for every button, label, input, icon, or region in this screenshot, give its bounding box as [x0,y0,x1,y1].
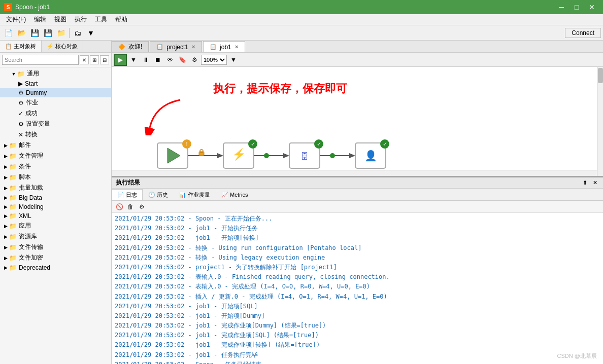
search-expand-button[interactable]: ⊞ [90,55,99,64]
folder-icon: 📁 [17,70,25,78]
svg-text:⚡: ⚡ [232,148,246,161]
tab-history[interactable]: 🕐 历史 [143,189,174,200]
tree-item-general[interactable]: ▼ 📁 通用 [0,68,111,79]
pause-button[interactable]: ⏸ [140,54,151,65]
toolbar-dropdown[interactable]: ▼ [85,27,97,39]
expand-icon[interactable]: ▶ [2,224,9,229]
tree-label-repo: 资源库 [19,232,37,241]
expand-icon[interactable]: ▶ [2,256,9,261]
close-button[interactable]: ✕ [585,0,599,14]
zoom-select[interactable]: 100% 75% 50% 150% 200% [201,55,227,65]
log-settings-btn[interactable]: ⚙ [137,202,146,211]
tree-item-modeling[interactable]: ▶ 📁 Modeling [0,202,111,211]
tab-job1-close[interactable]: ✕ [234,44,239,50]
folder-icon: 📁 [9,264,17,271]
tab-project1-close[interactable]: ✕ [191,44,195,50]
tree-item-xml[interactable]: ▶ 📁 XML [0,211,111,221]
tab-log[interactable]: 📄 日志 [112,189,143,200]
tree-item-job[interactable]: ⚙ 作业 [0,97,111,108]
canvas-hscrollbar[interactable] [112,170,597,176]
tree-item-transform[interactable]: ✕ 转换 [0,129,111,140]
stop-button[interactable]: ⏹ [152,54,163,65]
tree-item-success[interactable]: ✓ 成功 [0,108,111,119]
tree-item-batch[interactable]: ▶ 📁 批量加载 [0,183,111,193]
scrollbar-thumb[interactable] [598,68,603,83]
tree-label-bigdata: Big Data [19,194,42,201]
bookmark-button[interactable]: 🔖 [177,54,188,65]
menu-execute[interactable]: 执行 [71,14,91,25]
tree-item-filemanage[interactable]: ▶ 📁 文件管理 [0,151,111,161]
preview-button[interactable]: 👁 [164,54,176,65]
tree-item-condition[interactable]: ▶ 📁 条件 [0,161,111,172]
tab-main-objects-label: 主对象树 [14,43,36,50]
log-clear-btn[interactable]: 🚫 [115,202,124,211]
expand-icon[interactable]: ▼ [10,71,17,77]
main-toolbar: 📄 📂 💾 💾 📁 🗂 ▼ Connect [0,25,603,41]
menu-tools[interactable]: 工具 [91,14,111,25]
bottom-title: 执行结果 [116,178,140,187]
expand-icon[interactable]: ▶ [2,186,9,191]
minimize-button[interactable]: ─ [554,0,568,14]
canvas-scrollbar[interactable] [597,67,603,176]
tab-core-objects[interactable]: ⚡ 核心对象 [42,41,83,52]
search-collapse-button[interactable]: ⊟ [100,55,109,64]
tab-welcome[interactable]: 🔶 欢迎! [112,41,149,52]
tab-project1[interactable]: 📋 project1 ✕ [150,41,202,52]
tree-item-bigdata[interactable]: ▶ 📁 Big Data [0,193,111,202]
tree-item-setvars[interactable]: ⚙ 设置变量 [0,119,111,129]
menu-help[interactable]: 帮助 [111,14,131,25]
toolbar-save-all[interactable]: 📁 [55,27,67,39]
menu-view[interactable]: 视图 [50,14,71,25]
expand-icon[interactable]: ▶ [2,175,9,180]
expand-icon[interactable]: ▶ [2,154,9,159]
bottom-header: 执行结果 ⬆ ✕ [112,177,603,189]
expand-icon[interactable]: ▶ [2,195,9,200]
job-icon: ⚙ [18,99,24,106]
tree-item-fileencrypt[interactable]: ▶ 📁 文件加密 [0,252,111,263]
expand-icon[interactable]: ▶ [2,164,9,169]
toolbar-new[interactable]: 📄 [2,27,14,39]
close-bottom-button[interactable]: ✕ [591,179,599,187]
search-input[interactable] [2,55,79,65]
toolbar-open[interactable]: 📂 [15,27,27,39]
search-clear-button[interactable]: ✕ [80,55,89,64]
svg-text:!: ! [186,141,187,147]
tree-item-dummy[interactable]: ⚙ Dummy [0,88,111,97]
run-button[interactable]: ▶ [114,54,127,66]
expand-icon[interactable]: ▶ [2,234,9,239]
tab-job1[interactable]: 📋 job1 ✕ [203,41,245,52]
expand-icon[interactable]: ▶ [2,143,9,148]
menu-edit[interactable]: 编辑 [30,14,50,25]
expand-icon[interactable]: ▶ [2,245,9,250]
tab-bar: 🔶 欢迎! 📋 project1 ✕ 📋 job1 ✕ [112,41,603,53]
toolbar-save[interactable]: 💾 [28,27,41,39]
toolbar-layers[interactable]: 🗂 [72,27,84,39]
settings-button[interactable]: ⚙ [189,54,200,65]
menu-file[interactable]: 文件(F) [2,14,30,25]
main-area: 📋 主对象树 ⚡ 核心对象 ✕ ⊞ ⊟ ▼ 📁 通用 [0,41,603,364]
tree-item-deprecated[interactable]: ▶ 📁 Deprecated [0,263,111,272]
tree-item-filetransfer[interactable]: ▶ 📁 文件传输 [0,242,111,252]
expand-icon[interactable]: ▶ [2,213,9,219]
tab-main-objects[interactable]: 📋 主对象树 [0,41,42,52]
tree-item-app[interactable]: ▶ 📁 应用 [0,221,111,231]
tree-label-general: 通用 [27,69,39,78]
log-delete-btn[interactable]: 🗑 [126,202,135,211]
tab-job-metrics[interactable]: 📊 作业度量 [174,189,216,200]
expand-icon[interactable]: ▶ [2,204,9,209]
tab-metrics[interactable]: 📈 Metrics [216,189,253,200]
annotation-text: 执行，提示保存，保存即可 [213,81,347,96]
expand-bottom-button[interactable]: ⬆ [581,179,589,187]
connect-button[interactable]: Connect [565,28,601,38]
restore-button[interactable]: □ [570,0,584,14]
tree-item-mail[interactable]: ▶ 📁 邮件 [0,140,111,151]
toolbar-save-as[interactable]: 💾 [42,27,54,39]
tree-item-repo[interactable]: ▶ 📁 资源库 [0,231,111,242]
canvas-area[interactable]: 执行，提示保存，保存即可 [112,67,603,176]
zoom-dropdown[interactable]: ▼ [228,54,239,65]
tree-item-script[interactable]: ▶ 📁 脚本 [0,172,111,183]
expand-icon[interactable]: ▶ [2,265,9,270]
folder-icon: 📁 [9,174,17,181]
tree-item-start[interactable]: ▶ Start [0,79,111,88]
run-dropdown[interactable]: ▼ [128,54,139,65]
